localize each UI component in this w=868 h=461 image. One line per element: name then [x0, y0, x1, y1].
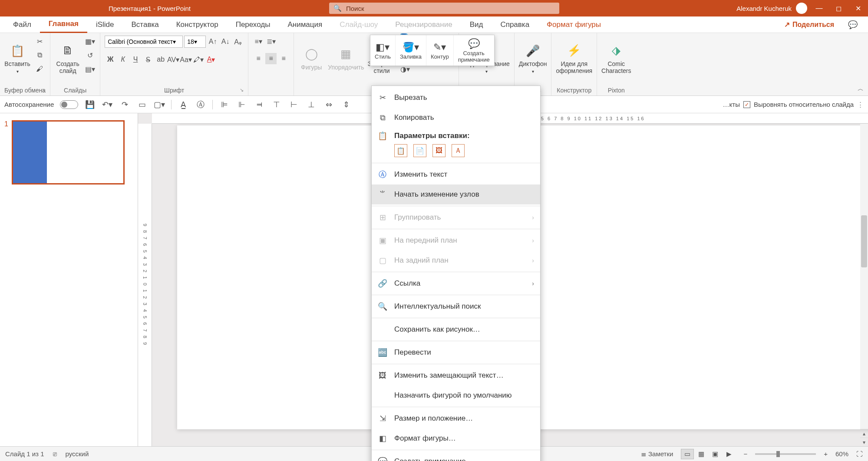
- zoom-in-button[interactable]: +: [824, 450, 828, 458]
- bullets-button[interactable]: ≡▾: [253, 36, 264, 47]
- cm-translate[interactable]: 🔤 Перевести: [372, 342, 540, 362]
- align-top-icon[interactable]: ⊤: [271, 99, 282, 110]
- cm-edit-points[interactable]: ⺌ Начать изменение узлов: [372, 184, 540, 204]
- tab-shape-format[interactable]: Формат фигуры: [538, 16, 610, 33]
- cm-smart-lookup[interactable]: 🔍 Интеллектуальный поиск: [372, 296, 540, 316]
- tab-transitions[interactable]: Переходы: [227, 16, 279, 33]
- minimize-button[interactable]: —: [809, 0, 829, 16]
- qat-rounded-button[interactable]: ▢▾: [154, 99, 165, 110]
- comments-button[interactable]: 💬: [842, 20, 864, 30]
- cm-format-shape[interactable]: ◧ Формат фигуры…: [372, 428, 540, 448]
- search-box[interactable]: 🔍 Поиск: [329, 3, 559, 14]
- slide-count-label[interactable]: Слайд 1 из 1: [5, 450, 44, 458]
- align-left-icon[interactable]: ⊫: [219, 99, 230, 110]
- ribbon-display-options[interactable]: ▭: [790, 0, 809, 16]
- prev-slide-button[interactable]: ▴: [860, 429, 868, 438]
- align-relative-checkbox[interactable]: ✓: [743, 101, 750, 108]
- paste-picture[interactable]: 🖼: [432, 144, 446, 157]
- tab-home[interactable]: Главная: [40, 16, 87, 33]
- save-button[interactable]: 💾: [84, 99, 96, 110]
- cm-size-position[interactable]: ⇲ Размер и положение…: [372, 408, 540, 428]
- strikethrough-button[interactable]: S̶: [142, 54, 154, 65]
- autosave-toggle[interactable]: [60, 100, 78, 109]
- redo-button[interactable]: ↷: [119, 99, 130, 110]
- cm-copy[interactable]: ⧉ Копировать: [372, 108, 540, 128]
- zoom-slider[interactable]: [755, 453, 816, 455]
- next-slide-button[interactable]: ▾: [860, 438, 868, 446]
- comic-characters-button[interactable]: ⬗ Comic Characters: [601, 36, 631, 81]
- underline-button[interactable]: Ч: [130, 54, 141, 65]
- scroll-thumb[interactable]: [861, 215, 867, 267]
- spellcheck-icon[interactable]: ⎚: [53, 450, 57, 458]
- normal-view-button[interactable]: ▭: [681, 449, 694, 459]
- tab-insert[interactable]: Вставка: [123, 16, 168, 33]
- dialog-launcher-icon[interactable]: ↘: [42, 87, 46, 93]
- align-bottom-icon[interactable]: ⊥: [306, 99, 317, 110]
- align-left-button[interactable]: ≡: [253, 53, 264, 64]
- tab-animations[interactable]: Анимация: [279, 16, 331, 33]
- paste-button[interactable]: 📋 Вставить ▾: [4, 36, 30, 81]
- paste-text-only[interactable]: Ａ: [452, 144, 465, 157]
- italic-button[interactable]: К: [117, 54, 129, 65]
- mini-outline-button[interactable]: ✎▾ Контур: [426, 35, 454, 66]
- zoom-level-label[interactable]: 60%: [835, 450, 848, 458]
- qat-overflow-icon[interactable]: ⋮: [857, 101, 864, 109]
- tab-islide[interactable]: iSlide: [87, 16, 123, 33]
- maximize-button[interactable]: ◻: [829, 0, 848, 16]
- numbering-button[interactable]: ≣▾: [265, 36, 277, 47]
- copy-button[interactable]: ⧉: [34, 49, 45, 61]
- paste-use-destination-theme[interactable]: 📋: [394, 144, 407, 157]
- cm-new-comment[interactable]: 💬 Создать примечание: [372, 451, 540, 461]
- qat-text-outline-button[interactable]: Ⓐ: [195, 99, 206, 110]
- close-button[interactable]: ✕: [848, 0, 868, 16]
- language-label[interactable]: русский: [66, 450, 89, 458]
- undo-button[interactable]: ↶▾: [102, 99, 113, 110]
- design-ideas-button[interactable]: ⚡ Идеи для оформления: [556, 36, 592, 81]
- slide-thumbnail-1[interactable]: 1: [4, 120, 133, 184]
- mini-new-comment-button[interactable]: 💬 Создать примечание: [454, 35, 494, 66]
- shapes-button[interactable]: ◯ Фигуры: [298, 36, 324, 81]
- collapse-ribbon-button[interactable]: ︿: [858, 85, 864, 93]
- reading-view-button[interactable]: ▣: [709, 449, 722, 459]
- align-center-button[interactable]: ≡: [265, 53, 277, 64]
- fit-to-window-button[interactable]: ⛶: [856, 450, 863, 458]
- reset-button[interactable]: ↺: [84, 49, 96, 61]
- align-right-icon[interactable]: ⫤: [254, 99, 265, 110]
- distribute-h-icon[interactable]: ⇔: [323, 99, 334, 110]
- dictation-button[interactable]: 🎤 Диктофон ▾: [519, 36, 547, 81]
- cm-save-as-picture[interactable]: Сохранить как рисунок…: [372, 319, 540, 339]
- shadow-button[interactable]: ab: [155, 54, 166, 65]
- font-family-combo[interactable]: Calibri (Основной текст ▾: [105, 36, 183, 48]
- qat-textbox-button[interactable]: A̲: [178, 99, 189, 110]
- tab-file[interactable]: Файл: [4, 16, 40, 33]
- tab-review[interactable]: Рецензирование: [386, 16, 461, 33]
- cm-cut[interactable]: ✂ Вырезать: [372, 88, 540, 108]
- slideshow-view-button[interactable]: ▶: [723, 449, 736, 459]
- mini-style-button[interactable]: ◧▾ Стиль: [370, 35, 396, 66]
- layout-button[interactable]: ▦▾: [84, 36, 96, 47]
- paste-keep-source-formatting[interactable]: 📄: [413, 144, 426, 157]
- tab-view[interactable]: Вид: [461, 16, 492, 33]
- qat-shape-button[interactable]: ▭: [136, 99, 148, 110]
- align-middle-icon[interactable]: ⊢: [288, 99, 300, 110]
- mini-fill-button[interactable]: 🪣▾ Заливка: [396, 35, 426, 66]
- char-spacing-button[interactable]: AV▾: [168, 54, 179, 65]
- cm-edit-text[interactable]: Ⓐ Изменить текст: [372, 165, 540, 184]
- align-right-button[interactable]: ≡: [278, 53, 289, 64]
- zoom-out-button[interactable]: −: [743, 450, 747, 458]
- slide-sorter-view-button[interactable]: ▦: [695, 449, 708, 459]
- cm-set-default-shape[interactable]: Назначить фигурой по умолчанию: [372, 385, 540, 405]
- cut-button[interactable]: ✂: [34, 36, 45, 47]
- decrease-font-button[interactable]: A↓: [220, 36, 231, 47]
- cm-alt-text[interactable]: 🖼 Изменить замещающий текст…: [372, 366, 540, 385]
- vertical-scrollbar[interactable]: [860, 124, 868, 429]
- format-painter-button[interactable]: 🖌: [34, 63, 45, 75]
- dialog-launcher-icon[interactable]: ↘: [240, 87, 244, 93]
- font-size-combo[interactable]: 18 ▾: [184, 36, 206, 48]
- clear-formatting-button[interactable]: Aᵩ: [232, 36, 244, 47]
- slide-thumbnail-pane[interactable]: 1: [0, 113, 138, 446]
- tab-slideshow[interactable]: Слайд-шоу: [331, 16, 386, 33]
- bold-button[interactable]: Ж: [105, 54, 116, 65]
- notes-button[interactable]: ≣ Заметки: [641, 450, 673, 458]
- cm-link[interactable]: 🔗 Ссылка ›: [372, 273, 540, 293]
